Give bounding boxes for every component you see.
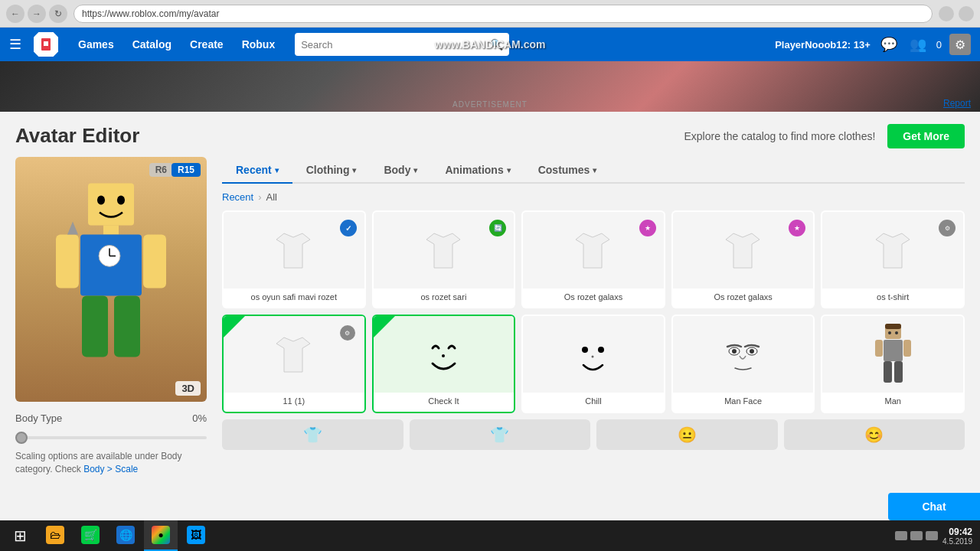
chevron-down-icon: ▾ bbox=[507, 166, 511, 174]
svg-point-15 bbox=[442, 354, 445, 357]
item-card-partial[interactable]: 😊 bbox=[784, 419, 965, 450]
svg-point-22 bbox=[750, 349, 754, 354]
badge-icon-gray: ⚙ bbox=[939, 220, 956, 236]
item-card[interactable]: ⚙ os t-shirt bbox=[821, 210, 965, 308]
badge-icon-purple2: ★ bbox=[789, 220, 805, 236]
badge-icon: ✓ bbox=[340, 220, 357, 236]
create-link[interactable]: Create bbox=[182, 34, 231, 55]
search-input[interactable] bbox=[301, 39, 485, 51]
3d-badge[interactable]: 3D bbox=[175, 381, 201, 396]
item-name: Check It bbox=[374, 393, 514, 411]
browser-ext-icon[interactable] bbox=[939, 6, 954, 21]
taskbar-app-ie[interactable]: 🌐 bbox=[109, 520, 142, 551]
chrome-icon: ● bbox=[152, 526, 170, 544]
item-card-partial[interactable]: 👕 bbox=[410, 419, 591, 450]
body-scale-link[interactable]: Body > Scale bbox=[83, 464, 138, 474]
games-link[interactable]: Games bbox=[70, 34, 122, 55]
roblox-logo[interactable] bbox=[34, 32, 58, 57]
forward-button[interactable]: → bbox=[28, 5, 46, 23]
item-card-partial[interactable]: 😐 bbox=[596, 419, 778, 450]
tshirt-icon bbox=[568, 226, 618, 276]
svg-rect-10 bbox=[56, 234, 79, 288]
tshirt-icon bbox=[718, 226, 768, 276]
report-link[interactable]: Report bbox=[943, 98, 971, 109]
item-thumbnail: ★ bbox=[673, 212, 814, 289]
item-card-man-face[interactable]: Man Face bbox=[671, 315, 815, 412]
item-card-selected[interactable]: ⚙ 11 (1) bbox=[222, 315, 366, 412]
item-thumbnail: 🔄 bbox=[374, 212, 514, 289]
nav-links: Games Catalog Create Robux bbox=[70, 34, 283, 55]
items-grid: ✓ os oyun safi mavi rozet 🔄 os rozet sar… bbox=[222, 210, 965, 413]
item-card-chill[interactable]: Chill bbox=[521, 315, 665, 412]
body-type-label: Body Type bbox=[15, 412, 62, 424]
promo-text: Explore the catalog to find more clothes… bbox=[684, 130, 876, 142]
breadcrumb: Recent › All bbox=[222, 191, 965, 203]
refresh-button[interactable]: ↻ bbox=[49, 5, 67, 23]
friends-icon[interactable]: 👥 bbox=[907, 34, 929, 55]
item-name: Man Face bbox=[673, 393, 814, 411]
taskbar-app-chrome[interactable]: ● bbox=[144, 520, 178, 551]
item-name: 11 (1) bbox=[224, 393, 364, 411]
tab-recent[interactable]: Recent ▾ bbox=[222, 158, 292, 184]
tab-clothing[interactable]: Clothing ▾ bbox=[292, 158, 371, 184]
back-button[interactable]: ← bbox=[6, 5, 24, 23]
item-card[interactable]: 🔄 os rozet sari bbox=[372, 210, 516, 308]
search-icon[interactable]: 🔍 bbox=[490, 38, 503, 51]
item-card-man[interactable]: Man bbox=[821, 315, 965, 412]
tab-costumes[interactable]: Costumes ▾ bbox=[524, 158, 611, 184]
item-card-check-it[interactable]: Check It bbox=[372, 315, 516, 412]
item-card[interactable]: ✓ os oyun safi mavi rozet bbox=[222, 210, 366, 308]
catalog-link[interactable]: Catalog bbox=[125, 34, 179, 55]
chevron-down-icon: ▾ bbox=[593, 166, 596, 174]
taskbar-app-store[interactable]: 🛒 bbox=[74, 520, 107, 551]
username-label: PlayerNooob12: 13+ bbox=[775, 39, 871, 51]
svg-point-17 bbox=[598, 347, 604, 353]
page-title: Avatar Editor bbox=[15, 124, 207, 148]
browser-bar: ← → ↻ https://www.roblox.com/my/avatar bbox=[0, 0, 980, 28]
body-type-value: 0% bbox=[192, 412, 207, 424]
item-thumbnail: ✓ bbox=[224, 212, 364, 289]
breadcrumb-separator: › bbox=[258, 191, 261, 203]
tab-animations[interactable]: Animations ▾ bbox=[431, 158, 524, 184]
browser-icons bbox=[939, 6, 974, 21]
svg-point-26 bbox=[895, 331, 898, 334]
taskbar: ⊞ 🗁 🛒 🌐 ● 🖼 09:42 4.5.2019 bbox=[0, 520, 980, 551]
network-icon bbox=[895, 531, 907, 540]
taskbar-clock: 09:42 4.5.2019 bbox=[942, 527, 972, 546]
settings-icon[interactable]: ⚙ bbox=[949, 34, 971, 55]
photos-icon: 🖼 bbox=[187, 526, 205, 544]
body-type-slider[interactable] bbox=[15, 436, 207, 439]
ad-banner: ADVERTISEMENT Report bbox=[0, 61, 980, 112]
badge-icon-purple: ★ bbox=[639, 220, 656, 236]
item-thumbnail: ★ bbox=[523, 212, 664, 289]
face-realistic-icon bbox=[718, 330, 768, 380]
hamburger-menu-button[interactable]: ☰ bbox=[9, 36, 21, 53]
taskbar-app-explorer[interactable]: 🗁 bbox=[38, 520, 72, 551]
breadcrumb-recent[interactable]: Recent bbox=[222, 191, 253, 203]
address-bar[interactable]: https://www.roblox.com/my/avatar bbox=[74, 5, 933, 23]
item-card[interactable]: ★ Os rozet galaxs bbox=[671, 210, 815, 308]
action-center-icon bbox=[926, 531, 938, 540]
browser-profile-icon[interactable] bbox=[959, 6, 974, 21]
item-card-partial[interactable]: 👕 bbox=[222, 419, 403, 450]
item-thumbnail-partial: 👕 bbox=[222, 419, 403, 450]
roblox-navbar: ☰ Games Catalog Create Robux 🔍 PlayerNoo… bbox=[0, 28, 980, 61]
robux-link[interactable]: Robux bbox=[234, 34, 283, 55]
get-more-button[interactable]: Get More bbox=[887, 124, 965, 148]
tab-body[interactable]: Body ▾ bbox=[370, 158, 431, 184]
start-button[interactable]: ⊞ bbox=[3, 520, 37, 551]
item-card[interactable]: ★ Os rozet galaxs bbox=[521, 210, 665, 308]
item-thumbnail: ⚙ bbox=[822, 212, 963, 289]
search-bar[interactable]: 🔍 bbox=[295, 33, 509, 56]
chat-nav-icon[interactable]: 💬 bbox=[878, 34, 900, 55]
tshirt-icon bbox=[419, 226, 469, 276]
selected-corner-indicator bbox=[224, 316, 245, 337]
badge-icon-green: 🔄 bbox=[489, 220, 506, 236]
svg-marker-12 bbox=[67, 221, 78, 234]
chat-button[interactable]: Chat bbox=[888, 493, 980, 520]
taskbar-app-photos[interactable]: 🖼 bbox=[179, 520, 213, 551]
item-thumbnail-partial: 😐 bbox=[596, 419, 778, 450]
roblox-logo-icon bbox=[38, 37, 54, 52]
item-thumbnail-partial: 😊 bbox=[784, 419, 965, 450]
catalog-panel: Explore the catalog to find more clothes… bbox=[222, 124, 965, 476]
